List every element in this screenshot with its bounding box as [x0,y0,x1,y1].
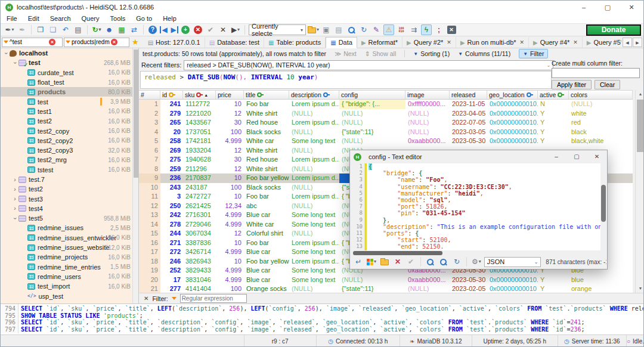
grid-cell[interactable]: Some long text [289,220,339,230]
expand-caret-icon[interactable]: › [3,50,10,56]
grid-cell[interactable]: 16 [139,238,160,248]
expand-caret-icon[interactable]: › [12,60,18,66]
insert-row-icon[interactable]: + [180,24,191,35]
grid-cell[interactable]: { "bridge": {... [339,100,405,109]
grid-cell[interactable]: Y [538,118,569,128]
filter-editor[interactable]: released > DATE_SUB(NOW(), INTERVAL 10 y… [140,71,552,89]
connect-icon[interactable]: ✒▾ [4,24,15,35]
grid-cell[interactable]: 2621425 [183,202,216,211]
grid-cell[interactable]: (NULL) [405,284,450,293]
grid-cell[interactable]: Foo bar [244,192,289,202]
grid-cell[interactable]: 4 [139,128,160,137]
grid-cell[interactable]: 3 [139,118,160,128]
menu-search[interactable]: Search [50,15,71,22]
table-filter-input[interactable] [72,39,110,45]
grid-cell[interactable]: Black socks [244,128,289,137]
grid-cell[interactable]: White car [244,137,289,146]
grid-cell[interactable]: 1221020 [183,109,216,119]
grid-cell[interactable]: 1433567 [183,118,216,128]
grid-cell[interactable]: 246 [160,257,183,267]
grid-cell[interactable]: blue [569,275,633,285]
grid-cell[interactable]: Some long text [289,275,339,285]
grid-cell[interactable]: 10 [139,183,160,193]
column-header-title[interactable]: title [244,91,289,99]
grid-cell[interactable]: 2 [139,109,160,119]
word-wrap-icon[interactable]: ↵ [353,256,364,267]
grid-cell[interactable]: 3 [160,192,183,202]
table-row[interactable]: 525817421814.999White carSome long text(… [139,137,633,146]
grid-cell[interactable]: 10 [216,192,244,202]
grid-cell[interactable]: 242 [160,210,183,220]
tab-scroll-right-icon[interactable]: ▶ [633,38,642,47]
grid-cell[interactable]: 9 [139,174,160,183]
grid-cell[interactable]: Some long text [289,137,339,146]
last-row-icon[interactable]: ▶ [170,26,178,33]
grid-cell[interactable]: 100 [216,284,244,293]
tab-reformat-[interactable]: ▶Reformat* [357,37,402,48]
grid-filter-input[interactable] [180,294,247,303]
tree-item-redmine-time-entries[interactable]: redmine_time_entries1,5 MiB [1,262,133,272]
export-table-icon[interactable]: ▦ [116,24,127,35]
grid-cell[interactable]: Blue car [244,266,289,275]
grid-cell[interactable]: 2170837 [183,174,216,183]
grid-cell[interactable]: 14 [139,220,160,230]
grid-cell[interactable]: 7 [139,155,160,165]
grid-cell[interactable]: 0x00000000010... [487,118,538,128]
grid-cell[interactable]: (NULL) [405,118,450,128]
grid-cell[interactable]: (NULL) [405,128,450,137]
menu-help[interactable]: Help [163,15,177,22]
grid-cell[interactable]: 243187 [183,183,216,193]
warnings-filter-icon[interactable]: ⚠ [383,24,394,35]
grid-cell[interactable]: 278 [160,220,183,230]
tab-table-products[interactable]: ▦Table: products [264,37,326,48]
grid-cell[interactable]: 2023-11-05 [450,100,487,109]
grid-cell[interactable]: (NULL) [289,202,339,211]
dialog-maximize-button[interactable]: ▢ [566,150,587,163]
grid-cell[interactable]: 2472727 [183,192,216,202]
syntax-highlight-icon[interactable]: ϟ [421,24,432,35]
grid-cell[interactable]: {"state":11} [339,128,405,137]
grid-cell[interactable]: 3387836 [183,238,216,248]
tab-data[interactable]: ▦Data [326,37,357,48]
clear-filter-icon[interactable]: ✕ [111,39,117,45]
tab-query-5-[interactable]: ▶Query #5*✕ [583,37,621,48]
grid-cell[interactable]: (NULL) [339,109,405,119]
load-file-icon[interactable] [379,256,390,267]
grid-cell[interactable]: 0xaabb000... [405,137,450,146]
apply-filter-button[interactable]: Apply filter [552,80,592,89]
grid-cell[interactable]: 0xffff00000... [405,100,450,109]
grid-cell[interactable]: Orange socks [244,284,289,293]
grid-cell[interactable]: 250 [160,202,183,211]
undo-icon[interactable]: ↶ [60,24,71,35]
grid-cell[interactable]: 4.999 [216,266,244,275]
print-results-icon[interactable]: ▤ [333,24,344,35]
grid-cell[interactable]: Blue car [244,247,289,257]
grid-cell[interactable]: abc [244,202,289,211]
clear-filter-button[interactable]: Clear [595,80,620,89]
grid-cell[interactable]: 12 [139,202,160,211]
grid-cell[interactable]: white [569,109,633,119]
tree-item-float-test[interactable]: float_test16,0 KiB [1,78,133,87]
json-code-editor[interactable]: { "bridge": { "name": "Foo", "username":… [367,163,606,250]
grid-cell[interactable]: 2716301 [183,210,216,220]
refresh-icon[interactable]: ↻▾ [91,24,102,35]
expand-caret-icon[interactable]: › [12,205,18,212]
grid-cell[interactable]: 279 [160,109,183,119]
open-file-icon[interactable]: ▾ [308,24,319,35]
multi-filter-input[interactable] [552,68,640,78]
grid-cell[interactable]: Lorem ipsum d... [289,257,339,267]
grid-cell[interactable]: Lorem ipsum d... [289,238,339,248]
grid-cell[interactable]: 265 [160,118,183,128]
tree-item-usp-test[interactable]: </>usp_test [1,291,133,300]
grid-cell[interactable]: 0x00000000010... [487,109,538,119]
grid-cell[interactable]: 1742181 [183,137,216,146]
grid-cell[interactable]: White shirt [244,109,289,119]
column-header-id[interactable]: id [160,91,183,99]
grid-cell[interactable]: (NULL) [289,109,339,119]
close-button[interactable]: ✕ [620,1,643,14]
grid-cell[interactable]: 100 [216,183,244,193]
grid-cell[interactable]: White car [244,220,289,230]
menu-edit[interactable]: Edit [28,15,39,22]
tree-item-products[interactable]: products80,0 KiB [1,87,133,97]
grid-cell[interactable]: N [538,100,569,109]
